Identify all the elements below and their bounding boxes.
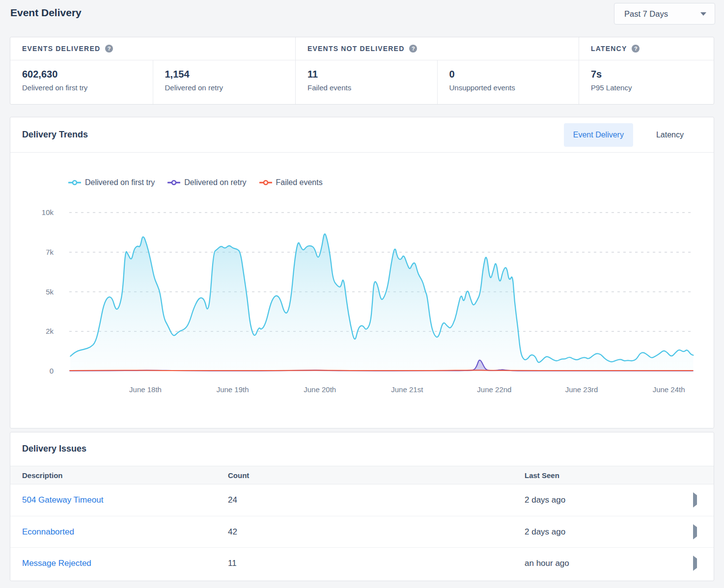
line-marker-icon bbox=[167, 180, 180, 186]
legend-item-failed[interactable]: Failed events bbox=[259, 178, 323, 187]
issue-count: 42 bbox=[228, 527, 525, 537]
stat-label: Failed events bbox=[307, 83, 425, 92]
legend-item-first-try[interactable]: Delivered on first try bbox=[68, 178, 155, 187]
svg-text:10k: 10k bbox=[42, 208, 54, 216]
chevron-right-icon[interactable] bbox=[693, 556, 697, 571]
svg-text:7k: 7k bbox=[46, 248, 54, 256]
delivery-issues-card: Delivery Issues Description Count Last S… bbox=[10, 432, 714, 581]
table-row[interactable]: Econnaborted 42 2 days ago bbox=[10, 516, 714, 547]
chevron-right-icon[interactable] bbox=[693, 492, 697, 508]
svg-text:5k: 5k bbox=[46, 288, 54, 296]
issue-last-seen: 2 days ago bbox=[525, 527, 686, 537]
issue-count: 11 bbox=[228, 559, 525, 568]
line-marker-icon bbox=[259, 180, 272, 186]
stats-section-latency: LATENCY ? 7s P95 Latency bbox=[579, 37, 714, 104]
stat-failed-events: 11 Failed events bbox=[296, 60, 437, 104]
chevron-right-icon[interactable] bbox=[693, 524, 697, 539]
legend-label: Failed events bbox=[276, 178, 323, 187]
stat-value: 11 bbox=[307, 69, 425, 80]
stat-unsupported-events: 0 Unsupported events bbox=[437, 60, 579, 104]
help-icon[interactable]: ? bbox=[632, 45, 640, 53]
column-header-description: Description bbox=[22, 471, 228, 480]
stats-section-header: EVENTS NOT DELIVERED ? bbox=[296, 37, 579, 60]
trend-chart-canvas: 02k5k7k10kJune 18thJune 19thJune 20thJun… bbox=[10, 153, 714, 428]
stat-value: 1,154 bbox=[165, 69, 284, 80]
stats-section-title: EVENTS NOT DELIVERED bbox=[307, 45, 404, 53]
stat-p95-latency: 7s P95 Latency bbox=[579, 60, 714, 104]
svg-text:June 21st: June 21st bbox=[391, 385, 423, 394]
stats-section-not-delivered: EVENTS NOT DELIVERED ? 11 Failed events … bbox=[295, 37, 579, 104]
svg-text:June 20th: June 20th bbox=[304, 385, 336, 394]
svg-text:2k: 2k bbox=[46, 327, 54, 335]
delivery-trends-chart: 02k5k7k10kJune 18thJune 19thJune 20thJun… bbox=[10, 153, 714, 428]
trends-header: Delivery Trends Event Delivery Latency bbox=[10, 117, 714, 153]
stats-section-header: LATENCY ? bbox=[579, 37, 714, 60]
stat-first-try: 602,630 Delivered on first try bbox=[10, 60, 153, 104]
issue-last-seen: an hour ago bbox=[525, 559, 686, 568]
stats-summary-card: EVENTS DELIVERED ? 602,630 Delivered on … bbox=[10, 37, 714, 105]
stat-value: 0 bbox=[449, 69, 567, 80]
legend-item-retry[interactable]: Delivered on retry bbox=[167, 178, 246, 187]
trends-title: Delivery Trends bbox=[22, 130, 88, 140]
stats-section-delivered: EVENTS DELIVERED ? 602,630 Delivered on … bbox=[10, 37, 295, 104]
line-marker-icon bbox=[68, 180, 81, 186]
stat-label: Delivered on first try bbox=[22, 83, 141, 92]
svg-text:June 18th: June 18th bbox=[129, 385, 162, 394]
svg-text:June 19th: June 19th bbox=[217, 385, 249, 394]
table-row[interactable]: Message Rejected 11 an hour ago bbox=[10, 547, 714, 579]
issue-link[interactable]: Econnaborted bbox=[22, 527, 74, 536]
stat-value: 7s bbox=[591, 69, 702, 80]
stat-label: Delivered on retry bbox=[165, 83, 284, 92]
issue-count: 24 bbox=[228, 495, 525, 505]
legend-label: Delivered on retry bbox=[184, 178, 246, 187]
svg-text:June 23rd: June 23rd bbox=[565, 385, 598, 394]
stats-section-title: EVENTS DELIVERED bbox=[22, 45, 100, 53]
svg-text:June 24th: June 24th bbox=[653, 385, 685, 394]
svg-text:June 22nd: June 22nd bbox=[477, 385, 511, 394]
chart-legend: Delivered on first try Delivered on retr… bbox=[68, 178, 323, 187]
issue-last-seen: 2 days ago bbox=[525, 495, 686, 505]
table-row[interactable]: 504 Gateway Timeout 24 2 days ago bbox=[10, 484, 714, 516]
column-header-last-seen: Last Seen bbox=[525, 471, 686, 480]
tab-event-delivery[interactable]: Event Delivery bbox=[564, 123, 633, 147]
legend-label: Delivered on first try bbox=[85, 178, 155, 187]
tab-latency[interactable]: Latency bbox=[647, 123, 693, 147]
stat-value: 602,630 bbox=[22, 69, 141, 80]
stat-label: P95 Latency bbox=[591, 83, 702, 92]
date-range-select[interactable]: Past 7 Days bbox=[614, 3, 715, 25]
help-icon[interactable]: ? bbox=[105, 45, 113, 53]
issues-table-header: Description Count Last Seen bbox=[10, 466, 714, 484]
issue-link[interactable]: 504 Gateway Timeout bbox=[22, 495, 103, 505]
help-icon[interactable]: ? bbox=[409, 45, 417, 53]
issue-link[interactable]: Message Rejected bbox=[22, 559, 91, 568]
stat-label: Unsupported events bbox=[449, 83, 567, 92]
page-title: Event Delivery bbox=[10, 7, 82, 19]
column-header-count: Count bbox=[228, 471, 525, 480]
trends-tabs: Event Delivery Latency bbox=[564, 123, 693, 147]
stat-retry: 1,154 Delivered on retry bbox=[153, 60, 296, 104]
issues-title: Delivery Issues bbox=[10, 432, 714, 466]
stats-section-title: LATENCY bbox=[591, 45, 627, 53]
date-range-value: Past 7 Days bbox=[624, 9, 668, 19]
stats-section-header: EVENTS DELIVERED ? bbox=[10, 37, 295, 60]
svg-text:0: 0 bbox=[50, 367, 54, 375]
chevron-down-icon bbox=[700, 12, 706, 16]
delivery-trends-card: Delivery Trends Event Delivery Latency 0… bbox=[10, 117, 714, 428]
